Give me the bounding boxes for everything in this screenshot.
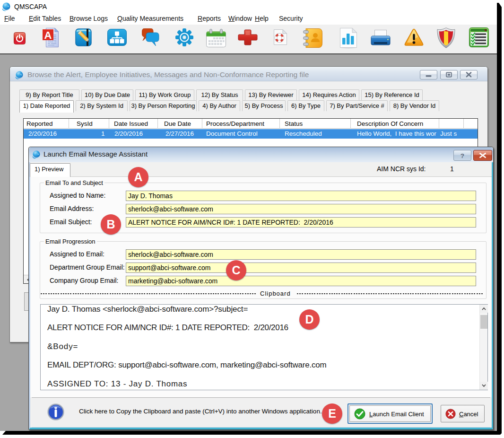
svg-text:A: A (44, 29, 52, 41)
svg-text:?: ? (461, 152, 464, 159)
